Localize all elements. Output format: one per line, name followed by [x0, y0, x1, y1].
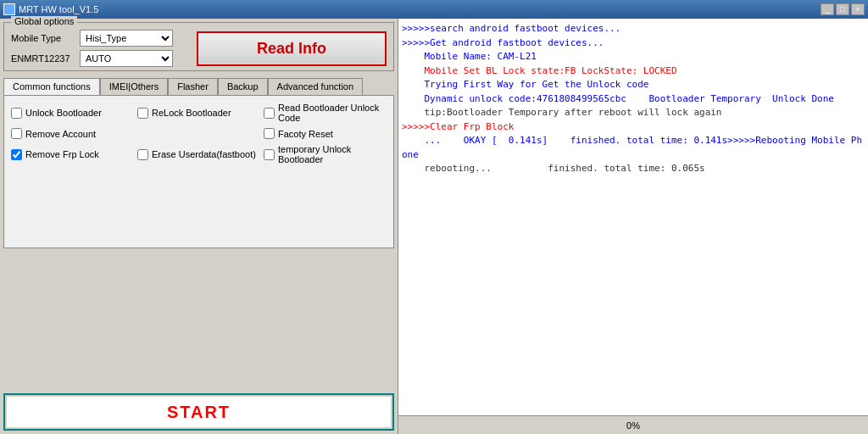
erase-userdata-checkbox[interactable] — [137, 149, 148, 160]
empty-item — [137, 128, 260, 139]
read-info-button[interactable]: Read Info — [197, 31, 387, 66]
read-bootloader-unlock-checkbox[interactable] — [264, 108, 275, 119]
relock-bootloader-label: ReLock Bootloader — [152, 108, 231, 118]
start-button-container: START — [3, 393, 394, 431]
global-options-label: Global options — [11, 16, 77, 26]
tab-imei-others[interactable]: IMEI|Others — [100, 78, 168, 95]
unlock-bootloader-item: Unlock Bootloader — [11, 103, 134, 123]
console-line: >>>>>search android fastboot devices... — [402, 22, 865, 36]
maximize-button[interactable]: □ — [836, 3, 849, 15]
console-line: >>>>>Get android fastboot devices... — [402, 36, 865, 51]
console-line: ... OKAY [ 0.141s] finished. total time:… — [402, 134, 865, 162]
mobile-type-select[interactable]: Hisi_Type MTK_Type Qualcomm — [80, 30, 173, 47]
console-line: tip:Bootloader Temporary after reboot wi… — [402, 106, 865, 120]
console-line: rebooting... finished. total time: 0.065… — [402, 162, 865, 176]
main-container: Global options Mobile Type Hisi_Type MTK… — [0, 19, 868, 434]
console-line: Mobile Set BL Lock state:FB LockState: L… — [402, 64, 865, 79]
console-line: >>>>>Clear Frp Block — [402, 120, 865, 135]
title-bar-left: MRT HW tool_V1.5 — [3, 3, 98, 15]
console-output: >>>>>search android fastboot devices...>… — [398, 19, 868, 415]
minimize-button[interactable]: _ — [821, 3, 834, 15]
remove-frp-lock-label: Remove Frp Lock — [25, 149, 99, 159]
title-bar: MRT HW tool_V1.5 _ □ × — [0, 0, 868, 19]
tab-flasher[interactable]: Flasher — [168, 78, 218, 95]
mobile-type-label: Mobile Type — [11, 33, 75, 43]
erase-userdata-label: Erase Userdata(fastboot) — [152, 149, 256, 159]
remove-account-checkbox[interactable] — [11, 128, 22, 139]
unlock-bootloader-checkbox[interactable] — [11, 108, 22, 119]
tab-advanced-function[interactable]: Advanced function — [268, 78, 364, 95]
tab-backup[interactable]: Backup — [218, 78, 268, 95]
window-title: MRT HW tool_V1.5 — [19, 4, 98, 14]
app-icon — [3, 3, 15, 15]
console-line: Dynamic unlock code:4761808499565cbc Boo… — [402, 92, 865, 107]
unlock-bootloader-label: Unlock Bootloader — [25, 108, 102, 118]
options-left: Mobile Type Hisi_Type MTK_Type Qualcomm … — [11, 30, 173, 67]
left-panel: Global options Mobile Type Hisi_Type MTK… — [0, 19, 398, 434]
relock-bootloader-item: ReLock Bootloader — [137, 103, 260, 123]
functions-panel: Unlock Bootloader ReLock Bootloader Read… — [3, 95, 394, 248]
enmrt-row: ENMRT12237 AUTO Manual — [11, 50, 173, 67]
tabs-bar: Common functions IMEI|Others Flasher Bac… — [3, 78, 394, 95]
read-bootloader-unlock-item: Read Bootloader Unlock Code — [264, 103, 387, 123]
start-button[interactable]: START — [7, 397, 391, 427]
tab-common-functions[interactable]: Common functions — [3, 78, 100, 95]
remove-account-label: Remove Account — [25, 129, 96, 139]
close-button[interactable]: × — [851, 3, 865, 15]
remove-account-item: Remove Account — [11, 128, 134, 139]
console-line: Trying First Way for Get the Unlock code — [402, 78, 865, 92]
checkbox-grid: Unlock Bootloader ReLock Bootloader Read… — [11, 103, 387, 164]
facoty-reset-checkbox[interactable] — [264, 128, 275, 139]
global-options-inner: Mobile Type Hisi_Type MTK_Type Qualcomm … — [11, 26, 387, 67]
title-bar-controls[interactable]: _ □ × — [821, 3, 865, 15]
global-options-group: Global options Mobile Type Hisi_Type MTK… — [3, 22, 394, 71]
erase-userdata-item: Erase Userdata(fastboot) — [137, 144, 260, 164]
relock-bootloader-checkbox[interactable] — [137, 108, 148, 119]
enmrt-select[interactable]: AUTO Manual — [80, 50, 173, 67]
remove-frp-lock-checkbox[interactable] — [11, 149, 22, 160]
console-line: Mobile Name: CAM-L21 — [402, 50, 865, 64]
temporary-unlock-label: temporary Unlock Bootloader — [278, 144, 387, 164]
facoty-reset-label: Facoty Reset — [278, 129, 333, 139]
enmrt-label: ENMRT12237 — [11, 53, 75, 64]
mobile-type-row: Mobile Type Hisi_Type MTK_Type Qualcomm — [11, 30, 173, 47]
temporary-unlock-item: temporary Unlock Bootloader — [264, 144, 387, 164]
progress-label: 0% — [626, 420, 640, 431]
facoty-reset-item: Facoty Reset — [264, 128, 387, 139]
read-bootloader-unlock-label: Read Bootloader Unlock Code — [278, 103, 387, 123]
right-panel: >>>>>search android fastboot devices...>… — [398, 19, 868, 434]
temporary-unlock-checkbox[interactable] — [264, 149, 275, 160]
progress-bar-container: 0% — [398, 415, 868, 434]
remove-frp-lock-item: Remove Frp Lock — [11, 144, 134, 164]
